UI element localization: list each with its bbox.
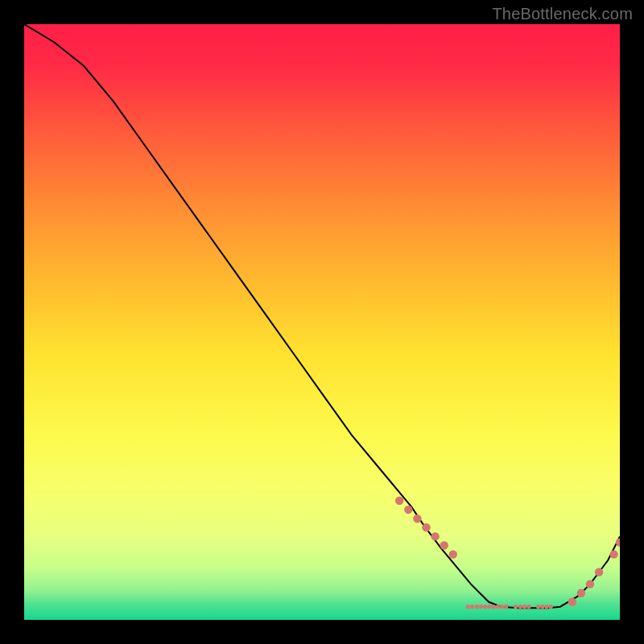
data-marker [522,605,526,609]
data-marker [449,550,457,558]
data-marker [504,605,508,609]
chart-svg [24,24,620,620]
data-marker [586,580,594,588]
chart-plot-area [24,24,620,620]
data-marker [496,605,500,609]
data-marker [568,598,576,606]
data-marker [577,589,585,597]
data-marker [595,568,603,576]
data-marker [536,605,540,609]
data-marker [492,605,496,609]
chart-stage: TheBottleneck.com [0,0,644,644]
data-marker [395,497,403,505]
data-marker [514,605,518,609]
data-marker [487,605,491,609]
data-marker [483,605,487,609]
data-marker [500,605,504,609]
data-marker [431,532,439,540]
watermark-text: TheBottleneck.com [492,5,633,23]
data-marker [440,541,448,549]
data-marker [413,514,421,522]
data-marker [540,605,544,609]
data-marker [609,550,617,558]
gradient-background [24,24,620,620]
data-marker [544,605,548,609]
data-marker [526,605,530,609]
data-marker [518,605,522,609]
data-marker [466,605,470,609]
data-marker [422,523,430,531]
data-marker [470,605,474,609]
data-marker [475,605,479,609]
data-marker [479,605,483,609]
data-marker [404,506,412,514]
data-marker [549,605,553,609]
